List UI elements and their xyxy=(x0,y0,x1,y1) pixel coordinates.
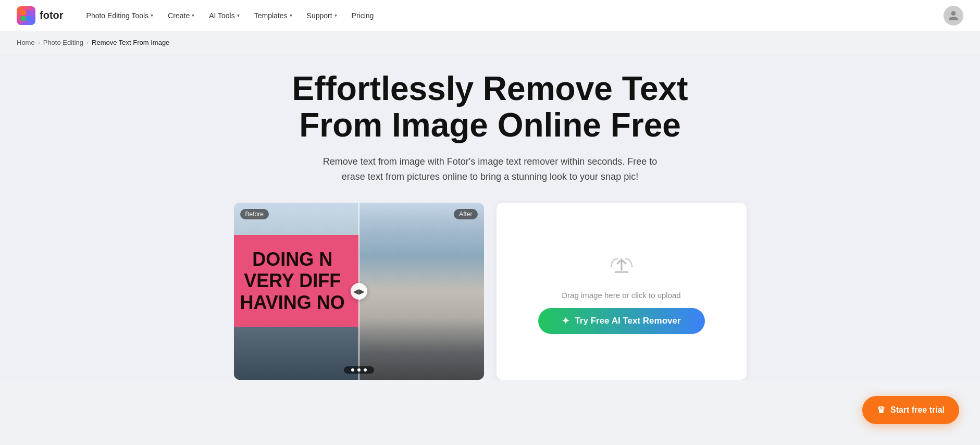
magic-wand-icon: ✦ xyxy=(562,315,569,327)
upload-icon xyxy=(606,249,637,282)
chevron-down-icon: ▾ xyxy=(290,13,292,18)
svg-rect-3 xyxy=(27,16,31,21)
nav-right xyxy=(944,6,963,26)
chevron-down-icon: ▾ xyxy=(151,13,153,18)
hero-title: Effortlessly Remove TextFrom Image Onlin… xyxy=(256,70,725,144)
billboard-text: DOING NVERY DIFFHAVING NO xyxy=(234,249,351,313)
logo-icon xyxy=(17,6,35,25)
breadcrumb-home[interactable]: Home xyxy=(17,39,35,46)
before-label: Before xyxy=(240,209,269,219)
dot xyxy=(364,368,367,372)
bottom-bar xyxy=(344,366,374,374)
nav-items: Photo Editing Tools ▾ Create ▾ AI Tools … xyxy=(80,8,380,23)
dot xyxy=(357,368,361,372)
svg-rect-1 xyxy=(27,10,31,15)
hero-subtitle: Remove text from image with Fotor's imag… xyxy=(318,154,662,184)
after-label: After xyxy=(454,209,477,219)
chevron-down-icon: ▾ xyxy=(334,13,337,18)
upload-box[interactable]: Drag image here or click to upload ✦ Try… xyxy=(497,203,747,380)
svg-rect-0 xyxy=(21,10,26,15)
upload-button[interactable]: ✦ Try Free AI Text Remover xyxy=(538,308,705,334)
after-half xyxy=(359,203,484,380)
chevron-down-icon: ▾ xyxy=(237,13,240,18)
pink-billboard: DOING NVERY DIFFHAVING NO xyxy=(234,235,359,327)
breadcrumb-sep-2: › xyxy=(86,39,89,46)
chevron-down-icon: ▾ xyxy=(192,13,194,18)
drag-handle[interactable]: ◀▶ xyxy=(351,283,367,300)
breadcrumb: Home › Photo Editing › Remove Text From … xyxy=(0,31,980,54)
nav-left: fotor Photo Editing Tools ▾ Create ▾ AI … xyxy=(17,6,380,25)
building-overlay xyxy=(359,203,484,380)
before-after-comparison: DOING NVERY DIFFHAVING NO Before After ◀… xyxy=(234,203,484,380)
breadcrumb-current: Remove Text From Image xyxy=(92,39,169,46)
nav-item-create[interactable]: Create ▾ xyxy=(162,8,201,23)
nav-item-photo-editing-tools[interactable]: Photo Editing Tools ▾ xyxy=(80,8,160,23)
nav-item-templates[interactable]: Templates ▾ xyxy=(248,8,299,23)
nav-item-ai-tools[interactable]: AI Tools ▾ xyxy=(203,8,246,23)
breadcrumb-sep-1: › xyxy=(38,39,40,46)
nav-item-pricing[interactable]: Pricing xyxy=(345,8,380,23)
navbar: fotor Photo Editing Tools ▾ Create ▾ AI … xyxy=(0,0,980,31)
svg-rect-2 xyxy=(21,16,26,21)
logo-text: fotor xyxy=(40,9,64,21)
breadcrumb-photo-editing[interactable]: Photo Editing xyxy=(43,39,83,46)
before-half: DOING NVERY DIFFHAVING NO xyxy=(234,203,359,380)
hero-section: Effortlessly Remove TextFrom Image Onlin… xyxy=(0,54,980,380)
demo-section: DOING NVERY DIFFHAVING NO Before After ◀… xyxy=(13,203,967,380)
nav-item-support[interactable]: Support ▾ xyxy=(301,8,343,23)
upload-text: Drag image here or click to upload xyxy=(562,291,680,300)
dot xyxy=(351,368,354,372)
ground-bg xyxy=(234,327,359,380)
logo[interactable]: fotor xyxy=(17,6,64,25)
avatar[interactable] xyxy=(944,6,963,26)
